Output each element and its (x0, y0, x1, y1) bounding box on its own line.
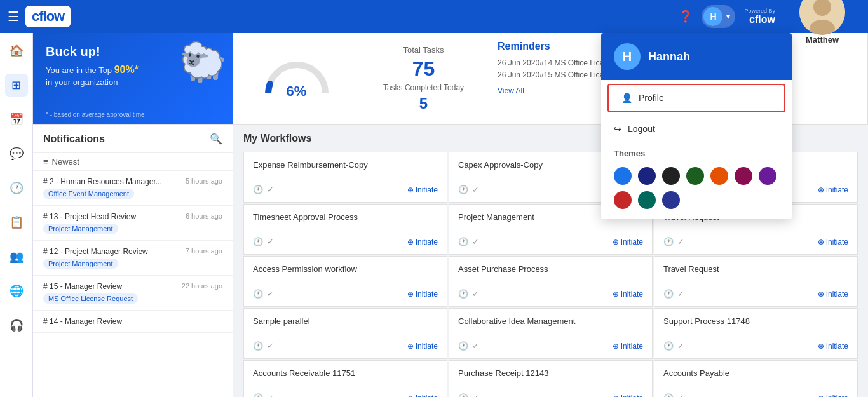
workflow-card-footer: 🕐 ✓ ⊕ Initiate (663, 341, 848, 351)
workflow-card-footer: 🕐 ✓ ⊕ Initiate (458, 393, 643, 397)
check-icon: ✓ (472, 237, 479, 246)
sidebar-icon-globe[interactable]: 🌐 (5, 279, 28, 302)
notif-item[interactable]: # 2 - Human Resources Manager... 5 hours… (33, 171, 233, 206)
notif-item[interactable]: # 13 - Project Head Review 6 hours ago P… (33, 206, 233, 241)
check-icon: ✓ (472, 289, 479, 299)
user-panel-nav: ★ Matthew (784, 0, 860, 50)
user-dropdown-button[interactable]: H ▾ (702, 5, 735, 28)
workflow-icons: 🕐 ✓ (253, 185, 274, 194)
notif-item[interactable]: # 14 - Manager Review (33, 311, 233, 333)
filter-icon: ≡ (43, 157, 48, 166)
sidebar-icon-home[interactable]: 🏠 (5, 39, 28, 62)
profile-label: Profile (639, 93, 664, 103)
sidebar-icon-calendar[interactable]: 📅 (5, 108, 28, 131)
view-all-link[interactable]: View All (498, 86, 524, 95)
notifications-panel: Notifications 🔍 ≡ Newest # 2 - Human Res… (33, 125, 233, 397)
logo-box[interactable]: cflow (25, 6, 71, 27)
initiate-button[interactable]: ⊕ Initiate (818, 238, 848, 246)
gauge-percentage: 6% (287, 83, 307, 100)
initiate-button[interactable]: ⊕ Initiate (407, 342, 438, 351)
check-icon: ✓ (267, 289, 274, 299)
clock-icon: 🕐 (458, 237, 468, 246)
themes-grid (601, 162, 792, 219)
notif-item-title: # 14 - Manager Review (43, 317, 217, 326)
theme-color-dot[interactable] (638, 167, 656, 185)
theme-color-dot[interactable] (614, 167, 632, 185)
initiate-button[interactable]: ⊕ Initiate (613, 342, 643, 351)
clock-icon: 🕐 (458, 393, 468, 397)
hamburger-icon[interactable]: ☰ (8, 9, 19, 24)
theme-color-dot[interactable] (662, 167, 680, 185)
powered-logo: cflow (749, 14, 775, 25)
initiate-button[interactable]: ⊕ Initiate (407, 238, 438, 246)
workflow-icons: 🕐 ✓ (458, 393, 479, 397)
clock-icon: 🕐 (458, 289, 468, 299)
plus-icon: ⊕ (613, 290, 619, 299)
help-button[interactable]: ❓ (679, 10, 693, 24)
notif-badge: MS Office License Request (43, 293, 138, 304)
sidebar-icon-reports[interactable]: 📋 (5, 211, 28, 234)
clock-icon: 🕐 (253, 393, 263, 397)
initiate-button[interactable]: ⊕ Initiate (613, 290, 643, 299)
workflow-card-title: Travel Request (663, 264, 848, 274)
theme-color-dot[interactable] (710, 167, 728, 185)
notif-item[interactable]: # 12 - Project Manager Review 7 hours ag… (33, 241, 233, 276)
gauge-card: 6% (233, 33, 360, 124)
check-icon: ✓ (677, 393, 684, 397)
notif-item-header: # 15 - Manager Review 22 hours ago (43, 282, 222, 291)
workflow-card: Support Process 11748 🕐 ✓ ⊕ Initiate (654, 308, 858, 359)
theme-color-dot[interactable] (759, 167, 776, 185)
initiate-button[interactable]: ⊕ Initiate (613, 238, 643, 246)
user-avatar (799, 0, 845, 35)
theme-color-dot[interactable] (686, 167, 704, 185)
theme-color-dot[interactable] (662, 191, 680, 209)
workflow-card-title: Access Permission workflow (253, 264, 438, 274)
initiate-button[interactable]: ⊕ Initiate (818, 290, 848, 299)
logout-menu-item[interactable]: ↪ Logout (601, 116, 792, 142)
notif-item-time: 6 hours ago (186, 212, 222, 220)
profile-icon: 👤 (621, 93, 632, 103)
plus-icon: ⊕ (818, 185, 824, 194)
notif-item[interactable]: # 15 - Manager Review 22 hours ago MS Of… (33, 276, 233, 311)
powered-by-box: Powered By cflow (744, 8, 775, 25)
theme-color-dot[interactable] (735, 167, 752, 185)
initiate-button[interactable]: ⊕ Initiate (407, 290, 438, 299)
sidebar-icon-grid[interactable]: ⊞ (5, 74, 28, 97)
notif-filter[interactable]: ≡ Newest (33, 153, 233, 171)
clock-icon: 🕐 (458, 341, 468, 351)
profile-menu-item[interactable]: 👤 Profile (609, 85, 784, 111)
initiate-button[interactable]: ⊕ Initiate (407, 185, 438, 194)
check-icon: ✓ (267, 237, 274, 246)
filter-label: Newest (52, 157, 79, 166)
dropdown-username: Hannah (648, 50, 690, 64)
sidebar-icon-support[interactable]: 🎧 (5, 314, 28, 337)
workflow-card-title: Purchase Receipt 12143 (458, 368, 643, 378)
sidebar-icon-history[interactable]: 🕐 (5, 177, 28, 199)
user-name: Matthew (806, 35, 839, 44)
sidebar-icon-users[interactable]: 👥 (5, 245, 28, 268)
logout-label: Logout (628, 124, 655, 134)
check-icon: ✓ (267, 341, 274, 351)
notif-title: Notifications (43, 133, 105, 145)
theme-color-dot[interactable] (614, 191, 632, 209)
workflow-card: Sample parallel 🕐 ✓ ⊕ Initiate (243, 308, 447, 359)
initiate-button[interactable]: ⊕ Initiate (818, 394, 848, 398)
workflow-card-footer: 🕐 ✓ ⊕ Initiate (663, 393, 848, 397)
check-icon: ✓ (472, 393, 479, 397)
clock-icon: 🕐 (253, 341, 263, 351)
workflow-icons: 🕐 ✓ (458, 341, 479, 351)
initiate-button[interactable]: ⊕ Initiate (818, 342, 848, 351)
check-icon: ✓ (677, 289, 684, 299)
notif-badge: Project Management (43, 259, 118, 269)
initiate-button[interactable]: ⊕ Initiate (613, 394, 643, 398)
workflow-card-footer: 🕐 ✓ ⊕ Initiate (458, 289, 643, 299)
initiate-button[interactable]: ⊕ Initiate (407, 394, 438, 398)
notif-search-icon[interactable]: 🔍 (210, 133, 222, 145)
workflow-card: Purchase Receipt 12143 🕐 ✓ ⊕ Initiate (449, 360, 653, 397)
initiate-button[interactable]: ⊕ Initiate (818, 185, 848, 194)
plus-icon: ⊕ (613, 342, 619, 351)
workflow-icons: 🕐 ✓ (253, 341, 274, 351)
theme-color-dot[interactable] (638, 191, 656, 209)
sidebar-icon-chat[interactable]: 💬 (5, 142, 28, 165)
workflow-card-footer: 🕐 ✓ ⊕ Initiate (458, 341, 643, 351)
